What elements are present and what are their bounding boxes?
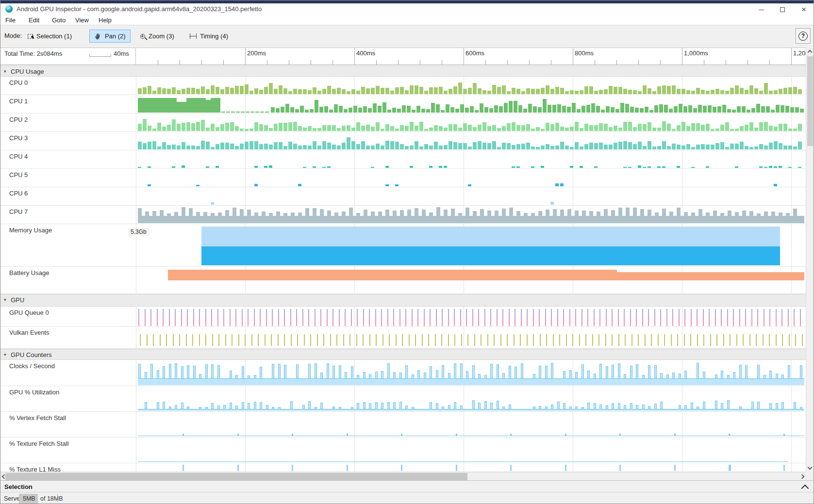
usage-bar — [449, 89, 452, 94]
gpu-queue-slice-top — [788, 309, 789, 316]
scroll-up-arrow-icon[interactable] — [808, 50, 813, 55]
section-header-gpu-counters[interactable]: ▾GPU Counters — [0, 349, 807, 360]
vulkan-event-tick — [238, 334, 239, 346]
usage-dash — [264, 166, 267, 168]
section-header-cpu-usage[interactable]: ▾CPU Usage — [0, 65, 807, 77]
usage-dash — [298, 184, 301, 186]
gpu-queue-slice-bottom — [648, 319, 649, 326]
menu-item-goto[interactable]: Goto — [51, 16, 66, 24]
usage-bar — [480, 209, 484, 223]
usage-dash — [138, 167, 141, 168]
total-time-label: Total Time: 2s084ms — [4, 50, 62, 57]
usage-bar — [356, 122, 360, 131]
usage-bar — [514, 101, 517, 113]
track-row-gpu-queue-0[interactable]: GPU Queue 0 — [0, 307, 807, 326]
vulkan-event-tick — [245, 334, 246, 346]
track-row-cpu-4[interactable]: CPU 4 — [0, 150, 807, 169]
usage-bar — [683, 106, 687, 113]
collapse-triangle-icon[interactable]: ▾ — [4, 297, 6, 302]
usage-bar — [667, 124, 671, 131]
vertical-scrollbar-thumb[interactable] — [807, 56, 813, 146]
usage-bar — [657, 128, 661, 131]
minimize-button[interactable] — [754, 4, 768, 15]
gpu-queue-slice-bottom — [327, 318, 328, 326]
gpu-queue-slice-bottom — [223, 317, 224, 326]
vulkan-event-tick — [435, 334, 436, 346]
gpu-queue-slice-top — [308, 309, 309, 319]
help-button[interactable]: ? — [796, 28, 811, 44]
track-row-cpu-2[interactable]: CPU 2 — [0, 114, 807, 132]
track-row-cpu-5[interactable]: CPU 5 — [0, 169, 807, 187]
track-row-cpu-0[interactable]: CPU 0 — [0, 77, 807, 95]
menu-item-file[interactable]: File — [4, 16, 17, 24]
selection-panel-header[interactable]: Selection — [0, 480, 814, 492]
timeline-tracks[interactable]: ▾CPU UsageCPU 0CPU 1CPU 2CPU 3CPU 4CPU 5… — [0, 65, 807, 472]
usage-bar — [148, 142, 151, 149]
track-row--texture-l1-miss[interactable]: % Texture L1 Miss — [0, 463, 807, 472]
track-row-clocks-second[interactable]: Clocks / Second — [0, 360, 807, 386]
usage-bar — [696, 145, 700, 149]
usage-dash — [735, 166, 738, 168]
track-row-vulkan-events[interactable]: Vulkan Events — [0, 326, 807, 349]
vulkan-event-tick — [199, 334, 200, 346]
usage-bar — [594, 143, 598, 149]
track-row--vertex-fetch-stall[interactable]: % Vertex Fetch Stall — [0, 412, 807, 438]
vertical-scrollbar[interactable] — [806, 48, 814, 472]
track-row--texture-fetch-stall[interactable]: % Texture Fetch Stall — [0, 438, 807, 463]
usage-bar — [211, 124, 215, 131]
usage-bar — [201, 98, 206, 113]
selection-panel-title: Selection — [4, 483, 33, 490]
gpu-queue-slice-top — [339, 309, 340, 319]
usage-bar — [468, 125, 472, 131]
counter-blip — [401, 434, 402, 436]
usage-bar — [669, 109, 673, 113]
track-row-gpu-utilization[interactable]: GPU % Utilization — [0, 386, 807, 412]
usage-bar — [662, 121, 666, 131]
track-row-cpu-1[interactable]: CPU 1 — [0, 95, 807, 114]
collapse-triangle-icon[interactable]: ▾ — [4, 352, 6, 357]
track-row-cpu-3[interactable]: CPU 3 — [0, 132, 807, 150]
usage-bar — [487, 211, 491, 223]
track-row-memory-usage[interactable]: Memory Usage5.3Gb — [0, 224, 807, 267]
maximize-button[interactable] — [775, 4, 790, 15]
mode-button-timing[interactable]: Timing (4) — [185, 30, 233, 43]
help-icon: ? — [798, 32, 808, 41]
close-icon: × — [801, 6, 806, 13]
usage-bar — [769, 91, 773, 94]
usage-bar — [611, 107, 615, 113]
scroll-down-arrow-icon[interactable] — [808, 465, 813, 470]
horizontal-scrollbar[interactable] — [0, 472, 807, 480]
mode-button-pan[interactable]: Pan (2) — [89, 30, 131, 43]
chevron-up-icon[interactable] — [801, 485, 809, 492]
track-row-cpu-7[interactable]: CPU 7 — [0, 206, 807, 224]
horizontal-scrollbar-thumb[interactable] — [5, 473, 467, 480]
gpu-queue-slice-bottom — [412, 317, 413, 326]
collapse-triangle-icon[interactable]: ▾ — [4, 69, 6, 74]
mode-button-selection[interactable]: Selection (1) — [23, 30, 77, 43]
menu-item-help[interactable]: Help — [98, 16, 113, 24]
usage-bar — [594, 91, 598, 94]
menu-item-view[interactable]: View — [74, 16, 90, 24]
scroll-right-arrow-icon[interactable] — [800, 474, 805, 479]
usage-bar — [269, 145, 273, 149]
gpu-queue-slice-top — [509, 309, 510, 316]
usage-bar — [240, 209, 244, 223]
gpu-queue-slice-top — [327, 309, 328, 318]
gpu-queue-slice-top — [211, 309, 212, 317]
usage-bar — [449, 124, 452, 131]
mode-button-zoom[interactable]: Zoom (3) — [135, 30, 179, 43]
track-row-cpu-6[interactable]: CPU 6 — [0, 187, 807, 206]
section-header-gpu[interactable]: ▾GPU — [0, 294, 807, 307]
gpu-queue-slice-top — [157, 309, 158, 317]
gpu-queue-slice-top — [539, 309, 540, 316]
usage-bar — [691, 212, 695, 223]
usage-bar — [157, 98, 162, 113]
track-row-battery-usage[interactable]: Battery Usage — [0, 267, 807, 294]
close-button[interactable]: × — [797, 4, 811, 15]
usage-bar — [196, 122, 200, 131]
usage-bar — [373, 103, 377, 113]
gpu-queue-slice-top — [751, 309, 752, 319]
vulkan-event-tick — [284, 334, 285, 346]
menu-item-edit[interactable]: Edit — [28, 16, 40, 24]
mode-label: Mode: — [4, 32, 22, 39]
